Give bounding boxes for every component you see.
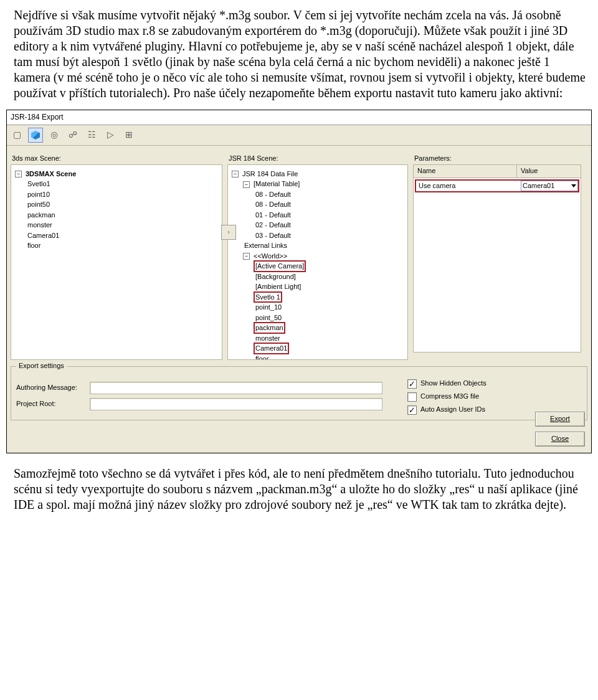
- tree-item[interactable]: 03 - Default: [254, 230, 292, 241]
- tree-item[interactable]: Svetlo1: [26, 179, 52, 189]
- export-button[interactable]: Export: [535, 412, 585, 427]
- left-tree[interactable]: −3DSMAX Scene Svetlo1 point10 point50 pa…: [11, 164, 222, 360]
- tree-root[interactable]: JSR 184 Data File: [241, 169, 299, 179]
- auto-assign-label: Auto Assign User IDs: [420, 405, 485, 414]
- tree-item[interactable]: External Links: [243, 240, 288, 251]
- param-row-use-camera: Use camera Camera01: [415, 179, 579, 193]
- mid-pane-label: JSR 184 Scene:: [229, 154, 408, 163]
- group-title: Export settings: [16, 362, 67, 371]
- tree-root[interactable]: 3DSMAX Scene: [24, 169, 77, 179]
- tree-item[interactable]: 08 - Default: [254, 199, 292, 210]
- jsr184-export-window: JSR-184 Export ▢ ◎ ☍ ☷ ▷ ⊞ 3ds max Scene…: [6, 110, 592, 453]
- parameters-pane: Name Value Use camera Camera01: [413, 164, 581, 352]
- toolbar-cube-icon[interactable]: [28, 128, 43, 143]
- show-hidden-label: Show Hidden Objects: [420, 379, 486, 388]
- checkbox-icon: [407, 392, 417, 402]
- paragraph-intro: Nejdříve si však musíme vytvořit nějaký …: [14, 7, 588, 101]
- minus-icon[interactable]: −: [232, 171, 239, 177]
- tree-item[interactable]: [Background]: [254, 272, 297, 282]
- compress-checkbox[interactable]: Compress M3G file: [407, 392, 582, 402]
- authoring-input[interactable]: [90, 382, 382, 394]
- tree-item[interactable]: point10: [26, 189, 51, 200]
- toolbar-new-icon[interactable]: ▢: [9, 128, 24, 143]
- minus-icon[interactable]: −: [15, 171, 22, 177]
- checkbox-icon: ✓: [407, 405, 417, 415]
- tree-node[interactable]: [Material Table]: [252, 179, 301, 189]
- export-settings-group: Export settings Authoring Message: Proje…: [11, 366, 587, 420]
- tree-item[interactable]: 08 - Default: [254, 189, 292, 200]
- minus-icon[interactable]: −: [243, 181, 250, 188]
- tree-item[interactable]: floor: [26, 240, 42, 251]
- tree-item[interactable]: monster: [26, 220, 54, 230]
- transfer-button[interactable]: ›: [221, 225, 236, 240]
- parameters-header-name: Name: [414, 165, 517, 177]
- tree-item[interactable]: floor: [254, 354, 270, 360]
- right-pane-label: Parameters:: [414, 154, 581, 163]
- tree-item-active-camera[interactable]: [Active Camera]: [254, 261, 305, 272]
- tree-item[interactable]: 01 - Default: [254, 210, 292, 220]
- paragraph-outro: Samozřejmě toto všechno se dá vytvářet i…: [14, 466, 588, 513]
- chevron-down-icon: [571, 184, 576, 187]
- param-value-dropdown[interactable]: Camera01: [521, 181, 578, 192]
- tree-item[interactable]: Camera01: [26, 230, 60, 241]
- compress-label: Compress M3G file: [420, 392, 479, 401]
- close-button[interactable]: Close: [535, 432, 585, 447]
- tree-item[interactable]: point50: [26, 199, 51, 210]
- tree-item[interactable]: Svetlo 1: [254, 292, 282, 303]
- toolbar-globe-icon[interactable]: ◎: [47, 128, 62, 143]
- param-name: Use camera: [416, 181, 521, 192]
- left-pane-label: 3ds max Scene:: [12, 154, 222, 163]
- toolbar-play-icon[interactable]: ▷: [103, 128, 118, 143]
- parameters-header: Name Value: [414, 165, 581, 178]
- project-root-label: Project Root:: [16, 400, 85, 409]
- parameters-header-value: Value: [517, 165, 581, 177]
- panes-row: 3ds max Scene: −3DSMAX Scene Svetlo1 poi…: [7, 146, 591, 360]
- minus-icon[interactable]: −: [243, 253, 250, 260]
- tree-item[interactable]: point_10: [254, 302, 283, 313]
- mid-tree[interactable]: −JSR 184 Data File −[Material Table] 08 …: [227, 164, 408, 360]
- project-root-input[interactable]: [90, 398, 382, 410]
- tree-item[interactable]: Camera01: [254, 343, 288, 354]
- window-title: JSR-184 Export: [7, 110, 591, 125]
- toolbar-misc3-icon[interactable]: ⊞: [121, 128, 136, 143]
- tree-node[interactable]: <<World>>: [252, 251, 288, 262]
- toolbar: ▢ ◎ ☍ ☷ ▷ ⊞: [7, 125, 591, 146]
- checkbox-icon: ✓: [407, 379, 417, 389]
- tree-item[interactable]: packman: [26, 210, 57, 220]
- show-hidden-checkbox[interactable]: ✓ Show Hidden Objects: [407, 379, 582, 389]
- authoring-label: Authoring Message:: [16, 384, 85, 392]
- tree-item[interactable]: 02 - Default: [254, 220, 292, 230]
- tree-item[interactable]: monster: [254, 333, 282, 344]
- tree-item[interactable]: [Ambient Light]: [254, 281, 302, 292]
- toolbar-misc2-icon[interactable]: ☷: [84, 128, 99, 143]
- tree-item[interactable]: point_50: [254, 313, 283, 323]
- param-value-text: Camera01: [523, 182, 554, 191]
- tree-item[interactable]: packman: [254, 323, 285, 333]
- toolbar-misc1-icon[interactable]: ☍: [65, 128, 80, 143]
